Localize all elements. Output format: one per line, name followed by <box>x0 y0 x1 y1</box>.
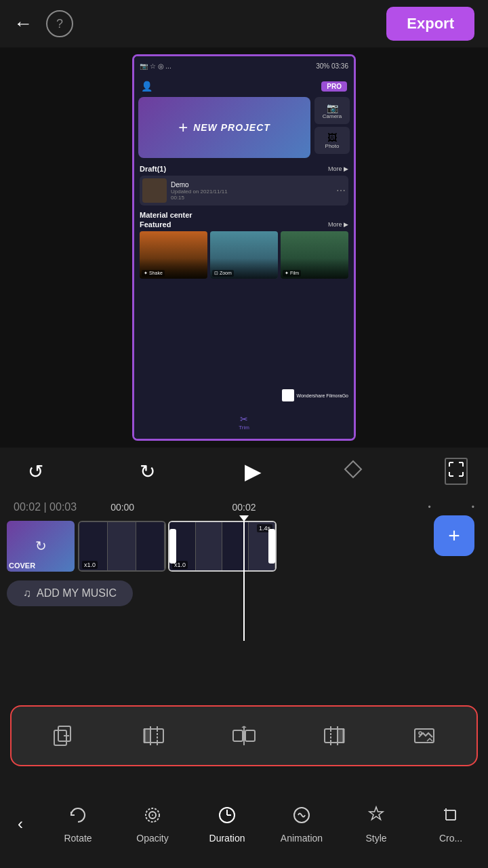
nav-crop[interactable]: Cro... <box>427 805 474 844</box>
duration-icon <box>217 805 237 830</box>
rotate-label: Rotate <box>64 833 92 844</box>
phone-material-section: Material center Featured More ▶ ✦ Shake … <box>134 208 354 281</box>
copy-tool-button[interactable] <box>47 719 81 753</box>
featured-title: Featured <box>140 220 171 229</box>
nav-style[interactable]: Style <box>352 805 400 844</box>
phone-watermark: Wondershare FilmoraGo <box>282 389 348 401</box>
rotate-icon <box>68 805 88 830</box>
copy-tool-icon <box>47 719 81 753</box>
duration-label: Duration <box>209 833 245 844</box>
watermark-text: Wondershare FilmoraGo <box>296 393 348 398</box>
crop-right-tool-button[interactable] <box>317 719 351 753</box>
phone-status-left: 📷 ☆ ◎ ... <box>140 62 171 70</box>
draft-duration: 00:15 <box>171 195 332 201</box>
play-button[interactable]: ▶ <box>245 458 262 484</box>
sparkle-button[interactable] <box>344 460 363 484</box>
diamond-icon <box>344 460 363 479</box>
featured-item-2[interactable]: ⊡ Zoom <box>210 231 278 279</box>
draft-thumbnail <box>142 178 167 203</box>
bottom-nav: ‹ Rotate Opacity <box>0 780 488 868</box>
undo-button[interactable]: ↺ <box>20 456 50 486</box>
crop-left-tool-button[interactable] <box>137 719 171 753</box>
top-bar-left: ← ? <box>14 10 73 37</box>
style-icon <box>366 805 386 830</box>
svg-rect-8 <box>144 729 150 743</box>
animation-icon <box>291 805 312 830</box>
crop-right-icon <box>322 724 346 748</box>
trim-icon: ✂ <box>240 414 248 425</box>
phone-app-header: 👤 PRO <box>134 75 354 97</box>
new-project-plus-icon: + <box>178 118 188 137</box>
draft-date: Updated on 2021/11/11 <box>171 189 332 195</box>
playhead-triangle <box>239 515 249 521</box>
camera-button[interactable]: 📷 Camera <box>314 97 350 124</box>
featured-more-link[interactable]: More ▶ <box>328 221 348 228</box>
opacity-icon <box>142 805 163 830</box>
featured-item-1[interactable]: ✦ Shake <box>140 231 207 279</box>
timeline-tracks: ↻ COVER x1.0 <box>0 519 488 637</box>
crop-left-icon <box>142 724 166 748</box>
nav-animation[interactable]: Animation <box>278 805 325 844</box>
music-note-icon: ♫ <box>23 587 31 599</box>
svg-rect-9 <box>233 730 243 741</box>
camera-label: Camera <box>323 113 342 119</box>
phone-draft-section: Draft(1) More ▶ Demo Updated on 2021/11/… <box>134 162 354 208</box>
video-segments: x1.0 1.4s x1.0 <box>78 521 277 572</box>
featured-header: Featured More ▶ <box>140 220 348 229</box>
split-tool-icon <box>227 719 261 753</box>
seg2-handle-right[interactable] <box>268 529 275 564</box>
fullscreen-button[interactable] <box>445 458 468 485</box>
add-clip-button[interactable]: + <box>434 515 474 556</box>
svg-rect-18 <box>338 729 344 743</box>
fullscreen-icon <box>449 462 464 477</box>
split-tool-button[interactable] <box>227 719 261 753</box>
new-project-card[interactable]: + NEW PROJECT <box>138 97 310 158</box>
cover-label: COVER <box>9 561 35 570</box>
help-button[interactable]: ? <box>46 10 73 37</box>
phone-bottom-toolbar: ✂ Trim <box>134 405 354 439</box>
draft-item[interactable]: Demo Updated on 2021/11/11 00:15 ⋯ <box>140 176 348 205</box>
nav-back-icon: ‹ <box>18 814 23 833</box>
featured-label-1: ✦ Shake <box>142 270 165 277</box>
export-button[interactable]: Export <box>386 7 474 41</box>
nav-duration[interactable]: Duration <box>203 805 251 844</box>
seg2-handle-left[interactable] <box>169 529 176 564</box>
video-segment-2[interactable]: 1.4s x1.0 <box>168 521 277 572</box>
seg1-speed: x1.0 <box>82 561 98 569</box>
photo-button[interactable]: 🖼 Photo <box>314 127 350 154</box>
back-button[interactable]: ← <box>14 13 33 35</box>
cover-thumbnail[interactable]: ↻ COVER <box>7 521 75 572</box>
style-label: Style <box>365 833 386 844</box>
edit-toolbar <box>10 705 478 766</box>
svg-point-20 <box>419 732 422 734</box>
camera-icon: 📷 <box>327 102 338 113</box>
draft-info: Demo Updated on 2021/11/11 00:15 <box>171 181 332 201</box>
crop-right-tool-icon <box>317 719 351 753</box>
redo-button[interactable]: ↻ <box>132 456 162 486</box>
nav-back-button[interactable]: ‹ <box>0 780 41 868</box>
preview-area: 📷 ☆ ◎ ... 30% 03:36 👤 PRO + NEW PROJECT … <box>0 47 488 448</box>
draft-section-header: Draft(1) More ▶ <box>140 165 348 173</box>
animation-label: Animation <box>281 833 323 844</box>
edit-frame-icon <box>412 724 436 748</box>
svg-rect-10 <box>245 730 255 741</box>
add-music-button[interactable]: ♫ ADD MY MUSIC <box>7 580 133 606</box>
draft-item-more-icon[interactable]: ⋯ <box>336 185 346 196</box>
crop-left-tool-icon <box>137 719 171 753</box>
add-clip-icon: + <box>448 524 460 547</box>
draft-title: Draft(1) <box>140 165 166 173</box>
pro-badge: PRO <box>321 81 347 92</box>
nav-rotate[interactable]: Rotate <box>54 805 102 844</box>
material-title: Material center <box>140 211 348 219</box>
draft-more-link[interactable]: More ▶ <box>328 165 348 172</box>
watermark-icon <box>282 389 294 401</box>
phone-status-bar: 📷 ☆ ◎ ... 30% 03:36 <box>134 56 354 75</box>
phone-mockup: 📷 ☆ ◎ ... 30% 03:36 👤 PRO + NEW PROJECT … <box>132 54 356 441</box>
edit-frame-tool-icon <box>407 719 441 753</box>
phone-trim-button[interactable]: ✂ Trim <box>239 414 249 431</box>
edit-frame-tool-button[interactable] <box>407 719 441 753</box>
nav-opacity[interactable]: Opacity <box>129 805 176 844</box>
featured-item-3[interactable]: ✦ Film <box>281 231 348 279</box>
draft-name: Demo <box>171 181 332 189</box>
video-segment-1[interactable]: x1.0 <box>78 521 166 572</box>
